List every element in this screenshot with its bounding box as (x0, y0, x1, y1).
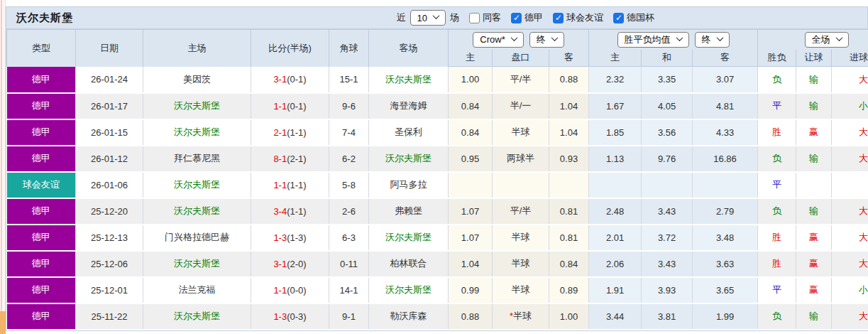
score: 8-1(2-1) (251, 146, 329, 172)
col-header-date: 日期 (76, 30, 143, 67)
odds-home: 1.00 (449, 67, 493, 93)
recent-label: 近 (397, 11, 406, 24)
result-wdl: 平 (758, 277, 796, 303)
sub-col-handicap-result: 让球 (796, 50, 832, 67)
odds-company-select[interactable]: Crow* (473, 32, 523, 48)
gutter-accent-line (1, 0, 2, 334)
result-wdl: 胜 (758, 251, 796, 277)
match-row: 德甲25-12-01法兰克福1-1(0-0)14-1沃尔夫斯堡0.99半球0.8… (7, 277, 868, 303)
result-wdl: 胜 (758, 225, 796, 251)
col-header-corner: 角球 (329, 30, 369, 67)
league-badge: 德甲 (7, 119, 76, 146)
mean-home: 1.85 (589, 119, 642, 146)
corner-score: 7-4 (329, 119, 369, 146)
same-away-filter[interactable]: 同客 (469, 11, 501, 24)
odds-away: 1.04 (549, 119, 589, 146)
result-goals: 大 (832, 303, 868, 330)
odds-select-group: Crow* 终 (449, 30, 589, 50)
sub-col-odds-away: 客 (549, 50, 589, 67)
mean-type-select[interactable]: 胜平负均值 (617, 32, 689, 48)
odds-home: 0.95 (449, 146, 493, 172)
sub-col-mean-away: 客 (693, 50, 758, 67)
cup-label: 德国杯 (627, 11, 654, 24)
odds-stage-value: 终 (537, 33, 546, 46)
odds-away: 0.81 (549, 198, 589, 225)
home-team: 沃尔夫斯堡 (143, 251, 251, 277)
mean-away: 3.48 (693, 225, 758, 251)
result-handicap: 输 (796, 93, 832, 119)
mean-stage-select[interactable]: 终 (695, 32, 730, 48)
corner-score: 0-11 (329, 251, 369, 277)
away-team: 海登海姆 (369, 93, 449, 119)
mean-away: 3.63 (693, 251, 758, 277)
matches-label: 场 (450, 11, 459, 24)
sub-col-handicap: 盘口 (493, 50, 549, 67)
panel-titlebar: 沃尔夫斯堡 近 10 场 同客 ✓ 德甲 ✓ 球会友谊 (6, 7, 867, 29)
recent-count-select[interactable]: 10 (410, 10, 446, 26)
mean-home (589, 172, 642, 198)
mean-away: 16.86 (693, 146, 758, 172)
cup-filter[interactable]: ✓ 德国杯 (613, 11, 654, 24)
result-wdl: 平 (758, 93, 796, 119)
odds-company-value: Crow* (480, 34, 505, 45)
match-table: 类型 日期 主场 比分(半场) 角球 客场 Crow* 终 (6, 29, 868, 330)
odds-stage-select[interactable]: 终 (529, 32, 564, 48)
match-date: 25-12-01 (76, 277, 143, 303)
team-stats-panel: 沃尔夫斯堡 近 10 场 同客 ✓ 德甲 ✓ 球会友谊 (6, 6, 868, 331)
match-history-panel: 沃尔夫斯堡 近 10 场 同客 ✓ 德甲 ✓ 球会友谊 (0, 0, 868, 334)
same-away-label: 同客 (483, 11, 501, 24)
odds-home: 1.04 (449, 251, 493, 277)
odds-home: 0.84 (449, 119, 493, 146)
sub-col-goals: 进球数 (832, 50, 868, 67)
odds-away: 0.81 (549, 225, 589, 251)
chevron-down-icon (716, 34, 723, 41)
friendly-checkbox[interactable]: ✓ (553, 13, 564, 23)
home-team: 沃尔夫斯堡 (143, 198, 251, 225)
league-badge: 德甲 (7, 251, 76, 277)
odds-home: 1.07 (449, 198, 493, 225)
same-away-checkbox[interactable] (469, 13, 480, 23)
odds-home (449, 172, 493, 198)
handicap-line (493, 172, 549, 198)
mean-draw: 3.35 (642, 67, 693, 93)
odds-away: 0.93 (549, 146, 589, 172)
bundesliga-filter[interactable]: ✓ 德甲 (511, 11, 543, 24)
handicap-line: *半球 (493, 303, 549, 330)
match-row: 德甲26-01-24美因茨3-1(0-1)15-1沃尔夫斯堡1.00平/半0.8… (7, 67, 868, 93)
match-row: 德甲25-12-13门兴格拉德巴赫1-3(1-3)6-3沃尔夫斯堡1.07半球0… (7, 225, 868, 251)
match-date: 26-01-15 (76, 119, 143, 146)
handicap-line: 两球半 (493, 146, 549, 172)
result-goals: 大 (832, 198, 868, 225)
odds-home: 0.99 (449, 277, 493, 303)
bundesliga-label: 德甲 (524, 11, 543, 24)
filter-controls: 近 10 场 同客 ✓ 德甲 ✓ 球会友谊 (397, 10, 867, 26)
home-team: 沃尔夫斯堡 (143, 119, 251, 146)
league-badge: 德甲 (7, 93, 76, 119)
mean-draw: 3.81 (642, 303, 693, 330)
result-goals: 大 (832, 67, 868, 93)
mean-draw: 3.43 (642, 198, 693, 225)
odds-home: 0.88 (449, 303, 493, 330)
away-team: 勒沃库森 (369, 303, 449, 330)
corner-score: 9-6 (329, 93, 369, 119)
result-handicap: 输 (796, 146, 832, 172)
scope-select[interactable]: 全场 (805, 32, 849, 48)
away-team: 沃尔夫斯堡 (369, 146, 449, 172)
mean-away (693, 172, 758, 198)
cup-checkbox[interactable]: ✓ (613, 13, 624, 23)
away-team: 沃尔夫斯堡 (369, 225, 449, 251)
chevron-down-icon (551, 34, 558, 41)
handicap-line: 半球 (493, 277, 549, 303)
mean-draw: 4.05 (642, 93, 693, 119)
friendly-filter[interactable]: ✓ 球会友谊 (553, 11, 603, 24)
home-team: 沃尔夫斯堡 (143, 303, 251, 330)
corner-score: 2-6 (329, 198, 369, 225)
result-handicap: 赢 (796, 225, 832, 251)
handicap-line: 平/半 (493, 67, 549, 93)
home-team: 门兴格拉德巴赫 (143, 225, 251, 251)
mean-draw (642, 172, 693, 198)
col-header-home: 主场 (143, 30, 251, 67)
bundesliga-checkbox[interactable]: ✓ (511, 13, 522, 23)
away-team: 沃尔夫斯堡 (369, 277, 449, 303)
sub-col-result: 胜负 (758, 50, 796, 67)
